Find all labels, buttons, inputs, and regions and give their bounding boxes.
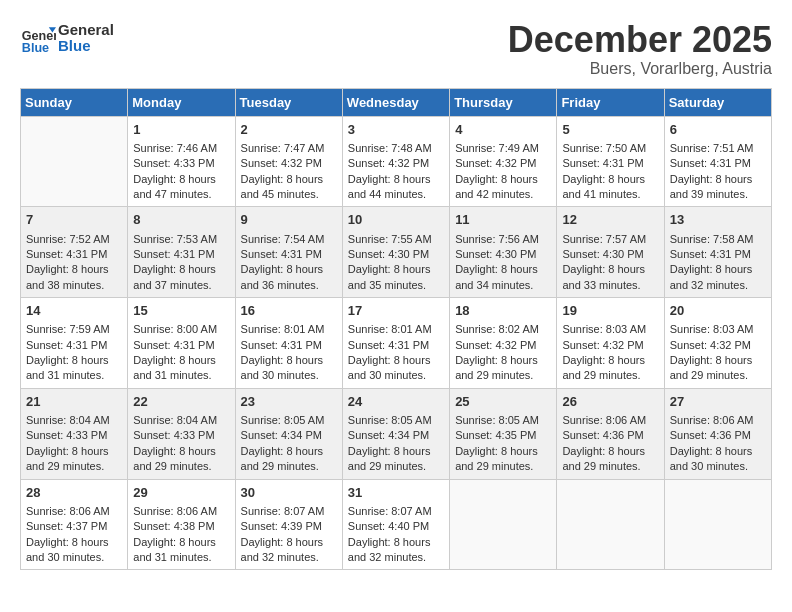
calendar-cell: 6Sunrise: 7:51 AMSunset: 4:31 PMDaylight…: [664, 116, 771, 207]
weekday-saturday: Saturday: [664, 88, 771, 116]
day-number: 8: [133, 211, 229, 229]
sunset-text: Sunset: 4:40 PM: [348, 519, 444, 534]
day-number: 23: [241, 393, 337, 411]
day-number: 4: [455, 121, 551, 139]
daylight-text: Daylight: 8 hours and 38 minutes.: [26, 262, 122, 293]
sunrise-text: Sunrise: 8:01 AM: [348, 322, 444, 337]
day-number: 12: [562, 211, 658, 229]
sunset-text: Sunset: 4:31 PM: [670, 247, 766, 262]
calendar-cell: 24Sunrise: 8:05 AMSunset: 4:34 PMDayligh…: [342, 388, 449, 479]
daylight-text: Daylight: 8 hours and 32 minutes.: [348, 535, 444, 566]
daylight-text: Daylight: 8 hours and 29 minutes.: [562, 444, 658, 475]
daylight-text: Daylight: 8 hours and 37 minutes.: [133, 262, 229, 293]
weekday-header-row: SundayMondayTuesdayWednesdayThursdayFrid…: [21, 88, 772, 116]
calendar-cell: 28Sunrise: 8:06 AMSunset: 4:37 PMDayligh…: [21, 479, 128, 570]
daylight-text: Daylight: 8 hours and 29 minutes.: [455, 444, 551, 475]
sunrise-text: Sunrise: 7:55 AM: [348, 232, 444, 247]
day-number: 10: [348, 211, 444, 229]
day-number: 25: [455, 393, 551, 411]
daylight-text: Daylight: 8 hours and 30 minutes.: [348, 353, 444, 384]
sunset-text: Sunset: 4:31 PM: [26, 247, 122, 262]
sunrise-text: Sunrise: 7:59 AM: [26, 322, 122, 337]
daylight-text: Daylight: 8 hours and 45 minutes.: [241, 172, 337, 203]
daylight-text: Daylight: 8 hours and 33 minutes.: [562, 262, 658, 293]
sunset-text: Sunset: 4:31 PM: [241, 247, 337, 262]
title-section: December 2025 Buers, Vorarlberg, Austria: [508, 20, 772, 78]
day-number: 17: [348, 302, 444, 320]
sunset-text: Sunset: 4:36 PM: [562, 428, 658, 443]
calendar-cell: 21Sunrise: 8:04 AMSunset: 4:33 PMDayligh…: [21, 388, 128, 479]
calendar-cell: 23Sunrise: 8:05 AMSunset: 4:34 PMDayligh…: [235, 388, 342, 479]
day-number: 3: [348, 121, 444, 139]
week-row-2: 7Sunrise: 7:52 AMSunset: 4:31 PMDaylight…: [21, 207, 772, 298]
sunrise-text: Sunrise: 7:58 AM: [670, 232, 766, 247]
day-number: 9: [241, 211, 337, 229]
sunset-text: Sunset: 4:32 PM: [455, 156, 551, 171]
sunrise-text: Sunrise: 8:01 AM: [241, 322, 337, 337]
calendar-cell: 15Sunrise: 8:00 AMSunset: 4:31 PMDayligh…: [128, 298, 235, 389]
weekday-monday: Monday: [128, 88, 235, 116]
calendar-cell: 8Sunrise: 7:53 AMSunset: 4:31 PMDaylight…: [128, 207, 235, 298]
daylight-text: Daylight: 8 hours and 39 minutes.: [670, 172, 766, 203]
sunset-text: Sunset: 4:30 PM: [562, 247, 658, 262]
sunrise-text: Sunrise: 7:57 AM: [562, 232, 658, 247]
svg-text:Blue: Blue: [22, 41, 49, 55]
sunrise-text: Sunrise: 7:53 AM: [133, 232, 229, 247]
logo-icon: General Blue: [20, 20, 56, 56]
day-number: 31: [348, 484, 444, 502]
calendar-cell: 19Sunrise: 8:03 AMSunset: 4:32 PMDayligh…: [557, 298, 664, 389]
daylight-text: Daylight: 8 hours and 29 minutes.: [348, 444, 444, 475]
sunrise-text: Sunrise: 8:06 AM: [670, 413, 766, 428]
logo: General Blue General Blue: [20, 20, 114, 56]
calendar-cell: 22Sunrise: 8:04 AMSunset: 4:33 PMDayligh…: [128, 388, 235, 479]
calendar-cell: 16Sunrise: 8:01 AMSunset: 4:31 PMDayligh…: [235, 298, 342, 389]
week-row-1: 1Sunrise: 7:46 AMSunset: 4:33 PMDaylight…: [21, 116, 772, 207]
daylight-text: Daylight: 8 hours and 42 minutes.: [455, 172, 551, 203]
calendar-cell: 12Sunrise: 7:57 AMSunset: 4:30 PMDayligh…: [557, 207, 664, 298]
sunset-text: Sunset: 4:31 PM: [26, 338, 122, 353]
daylight-text: Daylight: 8 hours and 29 minutes.: [455, 353, 551, 384]
daylight-text: Daylight: 8 hours and 47 minutes.: [133, 172, 229, 203]
sunset-text: Sunset: 4:30 PM: [455, 247, 551, 262]
daylight-text: Daylight: 8 hours and 32 minutes.: [670, 262, 766, 293]
daylight-text: Daylight: 8 hours and 29 minutes.: [26, 444, 122, 475]
sunset-text: Sunset: 4:34 PM: [241, 428, 337, 443]
day-number: 16: [241, 302, 337, 320]
sunrise-text: Sunrise: 7:51 AM: [670, 141, 766, 156]
day-number: 20: [670, 302, 766, 320]
daylight-text: Daylight: 8 hours and 32 minutes.: [241, 535, 337, 566]
sunrise-text: Sunrise: 8:04 AM: [133, 413, 229, 428]
sunset-text: Sunset: 4:31 PM: [241, 338, 337, 353]
day-number: 15: [133, 302, 229, 320]
sunrise-text: Sunrise: 8:06 AM: [133, 504, 229, 519]
sunset-text: Sunset: 4:35 PM: [455, 428, 551, 443]
daylight-text: Daylight: 8 hours and 35 minutes.: [348, 262, 444, 293]
calendar-cell: 27Sunrise: 8:06 AMSunset: 4:36 PMDayligh…: [664, 388, 771, 479]
weekday-friday: Friday: [557, 88, 664, 116]
day-number: 18: [455, 302, 551, 320]
calendar-title: December 2025: [508, 20, 772, 60]
sunrise-text: Sunrise: 8:06 AM: [562, 413, 658, 428]
daylight-text: Daylight: 8 hours and 30 minutes.: [26, 535, 122, 566]
sunrise-text: Sunrise: 8:02 AM: [455, 322, 551, 337]
sunset-text: Sunset: 4:32 PM: [241, 156, 337, 171]
daylight-text: Daylight: 8 hours and 41 minutes.: [562, 172, 658, 203]
day-number: 24: [348, 393, 444, 411]
calendar-cell: [664, 479, 771, 570]
sunrise-text: Sunrise: 7:48 AM: [348, 141, 444, 156]
day-number: 5: [562, 121, 658, 139]
sunrise-text: Sunrise: 8:05 AM: [241, 413, 337, 428]
sunrise-text: Sunrise: 8:00 AM: [133, 322, 229, 337]
sunrise-text: Sunrise: 7:50 AM: [562, 141, 658, 156]
sunset-text: Sunset: 4:34 PM: [348, 428, 444, 443]
sunrise-text: Sunrise: 7:52 AM: [26, 232, 122, 247]
calendar-cell: 9Sunrise: 7:54 AMSunset: 4:31 PMDaylight…: [235, 207, 342, 298]
calendar-cell: [21, 116, 128, 207]
calendar-cell: 13Sunrise: 7:58 AMSunset: 4:31 PMDayligh…: [664, 207, 771, 298]
day-number: 7: [26, 211, 122, 229]
day-number: 2: [241, 121, 337, 139]
logo-line1: General: [58, 22, 114, 39]
daylight-text: Daylight: 8 hours and 30 minutes.: [241, 353, 337, 384]
day-number: 1: [133, 121, 229, 139]
daylight-text: Daylight: 8 hours and 31 minutes.: [26, 353, 122, 384]
